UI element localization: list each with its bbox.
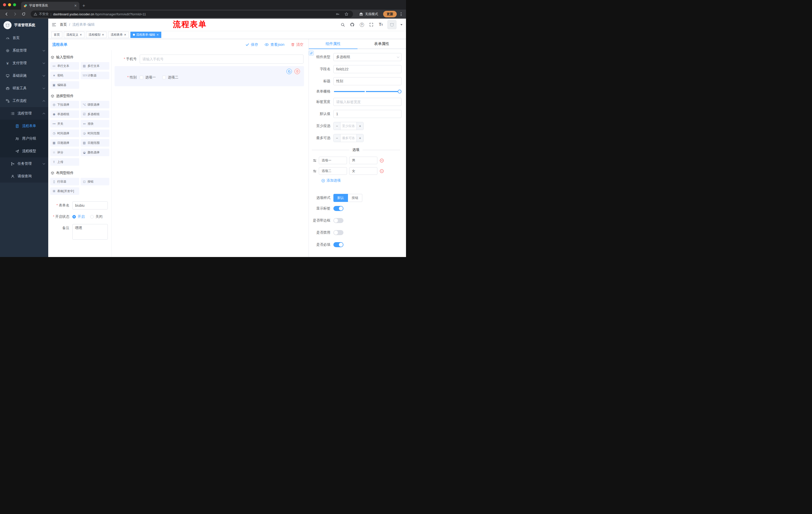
- app-logo-row[interactable]: 芋道管理系统: [0, 19, 48, 32]
- option-value-input[interactable]: [349, 167, 377, 175]
- close-tag-icon[interactable]: ✕: [102, 33, 104, 36]
- gender-option-1-checkbox[interactable]: 选项一: [140, 75, 156, 80]
- github-icon[interactable]: [349, 22, 355, 28]
- default-value-input[interactable]: [334, 110, 402, 118]
- component-item-slider[interactable]: ↔滑块: [81, 120, 110, 128]
- phone-input[interactable]: [140, 55, 303, 64]
- component-item-checkbox-group[interactable]: ☑多选框组: [81, 110, 110, 118]
- component-item-button[interactable]: ◻按钮: [81, 178, 110, 185]
- slider-handle[interactable]: [398, 90, 402, 93]
- component-item-cascader[interactable]: ⌥级联选择: [81, 101, 110, 108]
- close-tag-icon[interactable]: ✕: [80, 33, 82, 36]
- field-phone[interactable]: 手机号: [115, 55, 304, 64]
- sidebar-item-process-form[interactable]: 流程表单: [0, 120, 48, 132]
- help-icon[interactable]: ?: [359, 22, 365, 28]
- form-canvas[interactable]: 手机号 性别 选项一: [112, 50, 309, 257]
- view-json-button[interactable]: 查看json: [265, 42, 284, 47]
- drag-handle-icon[interactable]: [313, 169, 317, 173]
- search-icon[interactable]: [340, 22, 346, 28]
- component-item-time-range[interactable]: ◶时间范围: [81, 130, 110, 137]
- close-tag-icon[interactable]: ✕: [124, 33, 126, 36]
- component-item-color-picker[interactable]: ◒颜色选择: [81, 148, 110, 156]
- sidebar-item-system[interactable]: 系统管理: [0, 44, 48, 57]
- sidebar-item-leave-query[interactable]: 请假查询: [0, 170, 48, 183]
- form-name-input[interactable]: [72, 201, 108, 210]
- min-select-stepper[interactable]: −+: [334, 122, 364, 130]
- style-default-button[interactable]: 默认: [334, 194, 348, 202]
- component-item-switch[interactable]: ⊶开关: [50, 120, 79, 128]
- zoom-window-button[interactable]: [13, 3, 16, 6]
- option-value-input[interactable]: [349, 157, 377, 164]
- save-button[interactable]: 保存: [245, 42, 258, 47]
- sidebar-item-devtools[interactable]: 研发工具: [0, 82, 48, 94]
- field-gender-selected[interactable]: 性别 选项一 选项二: [115, 66, 304, 86]
- close-tag-icon[interactable]: ✕: [156, 33, 159, 36]
- sidebar-item-process-model[interactable]: 流程模型: [0, 145, 48, 157]
- avatar[interactable]: [387, 20, 397, 29]
- required-switch[interactable]: [334, 242, 343, 247]
- component-item-row-container[interactable]: ▯行容器: [50, 178, 79, 185]
- component-item-editor[interactable]: ▣编辑器: [50, 81, 79, 89]
- tag-process-form[interactable]: 流程表单✕: [108, 32, 128, 38]
- component-item-date-picker[interactable]: ▦日期选择: [50, 139, 79, 146]
- breadcrumb-home[interactable]: 首页: [60, 22, 67, 27]
- address-bar[interactable]: 不安全 | dashboard.yudao.iocoder.cn/bpm/man…: [31, 10, 353, 18]
- copy-field-button[interactable]: [286, 69, 292, 74]
- component-item-table[interactable]: ⊞表格[开发中]: [50, 187, 79, 195]
- component-item-time-picker[interactable]: ◷时间选择: [50, 130, 79, 137]
- browser-update-button[interactable]: 更新: [383, 11, 397, 17]
- component-item-upload[interactable]: ⇧上传: [50, 158, 79, 166]
- component-item-rate[interactable]: ☆评分: [50, 148, 79, 156]
- sidebar-item-home[interactable]: 首页: [0, 32, 48, 44]
- fullscreen-icon[interactable]: [368, 22, 374, 28]
- close-window-button[interactable]: [3, 3, 6, 6]
- font-size-icon[interactable]: TT: [378, 22, 384, 28]
- increase-button[interactable]: +: [356, 134, 363, 142]
- close-tab-icon[interactable]: ✕: [74, 4, 77, 7]
- delete-field-button[interactable]: [294, 69, 300, 74]
- sidebar-item-user-groups[interactable]: 用户分组: [0, 132, 48, 145]
- tag-process-form-edit[interactable]: 流程表单-编辑✕: [130, 32, 161, 38]
- component-type-select[interactable]: [334, 53, 402, 61]
- status-on-radio[interactable]: 开启: [72, 215, 85, 219]
- component-item-password[interactable]: ∗密码: [50, 72, 79, 79]
- disabled-switch[interactable]: [334, 230, 343, 235]
- back-icon[interactable]: [3, 10, 10, 18]
- drag-handle-icon[interactable]: [313, 159, 317, 162]
- component-item-multi-line-text[interactable]: ▤多行文本: [81, 62, 110, 70]
- component-item-select[interactable]: ◎下拉选择: [50, 101, 79, 108]
- password-key-icon[interactable]: [334, 10, 341, 18]
- component-item-radio-group[interactable]: ◉单选框组: [50, 110, 79, 118]
- sidebar-item-payment[interactable]: ¥ 支付管理: [0, 57, 48, 70]
- tag-process-definition[interactable]: 流程定义✕: [64, 32, 84, 38]
- browser-menu-icon[interactable]: [399, 11, 403, 17]
- show-label-switch[interactable]: [334, 206, 343, 211]
- gender-option-2-checkbox[interactable]: 选项二: [162, 75, 178, 80]
- tab-form-props[interactable]: 表单属性: [357, 39, 406, 49]
- tag-process-model[interactable]: 流程模型✕: [86, 32, 107, 38]
- reload-icon[interactable]: [20, 10, 27, 18]
- link-icon[interactable]: [309, 51, 314, 56]
- tab-component-props[interactable]: 组件属性: [309, 39, 357, 49]
- title-input[interactable]: [334, 77, 402, 85]
- component-item-single-line-text[interactable]: ▭单行文本: [50, 62, 79, 70]
- sidebar-item-process-management[interactable]: 流程管理: [0, 107, 48, 120]
- component-item-date-range[interactable]: ▧日期范围: [81, 139, 110, 146]
- clear-button[interactable]: 清空: [291, 42, 303, 47]
- style-button-button[interactable]: 按钮: [348, 194, 362, 202]
- remove-option-icon[interactable]: [380, 169, 384, 173]
- forward-icon[interactable]: [11, 10, 19, 18]
- max-select-stepper[interactable]: −+: [334, 134, 364, 142]
- tag-home[interactable]: 首页: [51, 32, 62, 38]
- avatar-caret-icon[interactable]: [401, 24, 403, 25]
- sidebar-item-task-management[interactable]: 任务管理: [0, 157, 48, 170]
- new-tab-button[interactable]: +: [82, 3, 85, 8]
- add-option-button[interactable]: 添加选项: [321, 178, 402, 183]
- hamburger-icon[interactable]: [52, 22, 56, 27]
- bookmark-star-icon[interactable]: [343, 10, 350, 18]
- minimize-window-button[interactable]: [8, 3, 11, 6]
- sidebar-item-workflow[interactable]: 工作流程: [0, 94, 48, 107]
- remove-option-icon[interactable]: [380, 158, 384, 163]
- decrease-button[interactable]: −: [334, 134, 341, 142]
- status-off-radio[interactable]: 关闭: [90, 215, 103, 219]
